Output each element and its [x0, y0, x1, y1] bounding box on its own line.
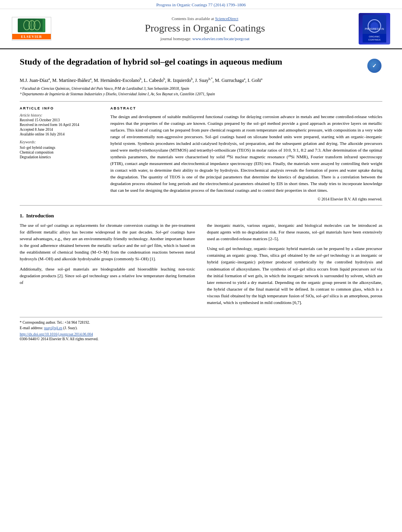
- available-online-date: Available online 16 July 2014: [20, 132, 99, 136]
- affiliations: ᵃ Facultad de Ciencias Químicas, Univers…: [20, 86, 382, 97]
- intro-para-1: The use of sol–gel coatings as replaceme…: [20, 222, 195, 262]
- accepted-date: Accepted 8 June 2014: [20, 128, 99, 132]
- journal-title: Progress in Organic Coatings: [59, 22, 351, 34]
- email-address: E-mail address: suay@uji.es (J. Suay).: [20, 325, 382, 331]
- svg-text:ORGANIC: ORGANIC: [369, 35, 380, 38]
- journal-name-section: Contents lists available at ScienceDirec…: [51, 17, 359, 41]
- paper-body: Study of the degradation of hybrid sol–g…: [0, 49, 402, 353]
- authors-list: M.J. Juan-Díaza, M. Martínez-Ibáñeza, M.…: [20, 77, 382, 84]
- intro-section: 1. Introduction The use of sol–gel coati…: [20, 213, 382, 309]
- article-info-col: ARTICLE INFO Article history: Received 1…: [20, 106, 99, 202]
- elsevier-wordmark: ELSEVIER: [12, 34, 51, 39]
- paper-title-section: Study of the degradation of hybrid sol–g…: [20, 56, 382, 74]
- article-info-label: ARTICLE INFO: [20, 106, 99, 110]
- received-revised-date: Received in revised form 16 April 2014: [20, 123, 99, 127]
- abstract-col: ABSTRACT The design and development of s…: [110, 106, 382, 202]
- abstract-label: ABSTRACT: [110, 106, 382, 110]
- footnote-area: * Corresponding author. Tel.: +34 964 72…: [20, 317, 382, 341]
- intro-right-para-2: Using sol–gel technology, organic–inorga…: [207, 245, 382, 306]
- svg-text:PROGRESS IN: PROGRESS IN: [365, 28, 384, 30]
- keyword-3: Degradation kinetics: [20, 155, 99, 159]
- intro-section-title: 1. Introduction: [20, 213, 382, 219]
- divider-2: [20, 205, 382, 206]
- article-history-group: Article history: Received 15 October 201…: [20, 113, 99, 136]
- crossmark-icon: ✓: [367, 59, 382, 73]
- keyword-1: Sol–gel hybrid coatings: [20, 146, 99, 150]
- journal-header: ELSEVIER Contents lists available at Sci…: [0, 9, 402, 49]
- affiliation-b: ᵇ Departamento de Ingeniería de Sistemas…: [20, 91, 382, 97]
- intro-para-2: Additionally, these sol–gel materials ar…: [20, 266, 195, 286]
- copyright-footer: 0300-9440/© 2014 Elsevier B.V. All right…: [20, 337, 382, 341]
- abstract-copyright: © 2014 Elsevier B.V. All rights reserved…: [110, 197, 382, 201]
- article-info-abstract: ARTICLE INFO Article history: Received 1…: [20, 106, 382, 202]
- contents-line: Contents lists available at ScienceDirec…: [59, 17, 351, 21]
- abstract-text: The design and development of suitable m…: [110, 113, 382, 194]
- received-date: Received 15 October 2013: [20, 118, 99, 122]
- history-label: Article history:: [20, 113, 99, 117]
- corresponding-author: * Corresponding author. Tel.: +34 964 72…: [20, 320, 382, 325]
- citation-text: Progress in Organic Coatings 77 (2014) 1…: [156, 2, 246, 7]
- intro-right-col: the inorganic matrix, various organic, i…: [207, 222, 382, 309]
- journal-citation: Progress in Organic Coatings 77 (2014) 1…: [0, 0, 402, 9]
- svg-text:COATINGS: COATINGS: [368, 39, 381, 41]
- paper-title: Study of the degradation of hybrid sol–g…: [20, 56, 282, 68]
- intro-two-col: The use of sol–gel coatings as replaceme…: [20, 222, 382, 309]
- intro-right-para-1: the inorganic matrix, various organic, i…: [207, 222, 382, 242]
- sciencedirect-link[interactable]: ScienceDirect: [215, 17, 238, 21]
- keywords-group: Keywords: Sol–gel hybrid coatings Chemic…: [20, 140, 99, 159]
- affiliation-a: ᵃ Facultad de Ciencias Químicas, Univers…: [20, 86, 382, 91]
- journal-homepage: journal homepage: www.elsevier.com/locat…: [59, 37, 351, 41]
- keywords-label: Keywords:: [20, 140, 99, 144]
- divider-1: [20, 101, 382, 102]
- crossmark-badge[interactable]: ✓: [367, 58, 382, 74]
- intro-left-col: The use of sol–gel coatings as replaceme…: [20, 222, 195, 309]
- email-link[interactable]: suay@uji.es: [44, 326, 62, 330]
- elsevier-logo: ELSEVIER: [12, 17, 51, 41]
- journal-logo-right: PROGRESS IN ORGANIC COATINGS: [359, 13, 390, 44]
- homepage-link[interactable]: www.elsevier.com/locate/porgcoat: [192, 37, 249, 41]
- elsevier-tree-image: [18, 19, 45, 32]
- doi-link[interactable]: http://dx.doi.org/10.1016/j.porgcoat.201…: [20, 332, 382, 336]
- keyword-2: Chemical composition: [20, 150, 99, 154]
